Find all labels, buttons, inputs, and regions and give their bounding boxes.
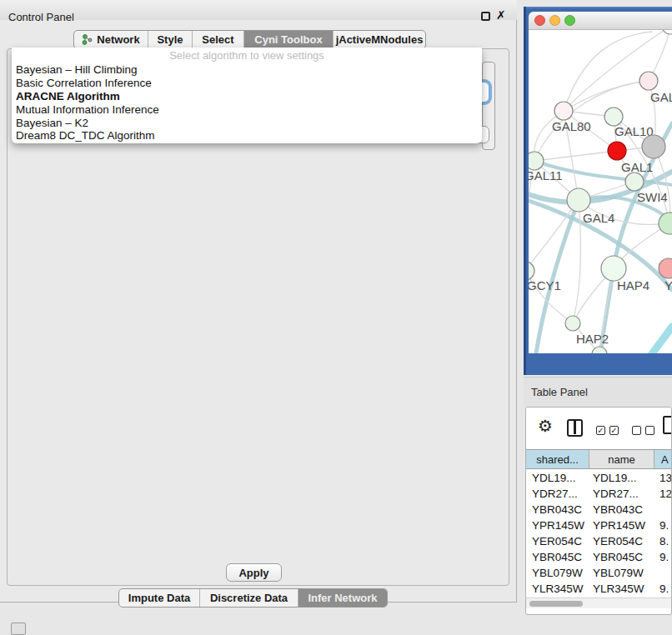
network-node[interactable] — [565, 316, 580, 331]
network-node[interactable] — [529, 152, 544, 170]
network-node-label: Y — [664, 278, 672, 292]
top-tab-bar: Network Style Select Cyni Toolbox jActiv… — [73, 30, 426, 49]
minimized-panel-icon[interactable] — [11, 622, 26, 635]
table-rows: YDL19...YDL19...13YDR27...YDR27...12YBR0… — [526, 470, 671, 600]
float-window-icon[interactable] — [481, 12, 490, 21]
table-cell: 8. — [654, 533, 671, 549]
network-edge[interactable] — [534, 151, 617, 161]
network-node-label: GAL4 — [583, 211, 614, 225]
tab-network[interactable]: Network — [74, 31, 148, 48]
table-cell: YLR345W — [589, 581, 654, 597]
table-cell: YDR27... — [526, 486, 589, 502]
table-row[interactable]: YER054CYER054C8. — [526, 533, 671, 549]
bottom-tab-bar: Impute Data Discretize Data Infer Networ… — [118, 588, 388, 608]
tab-jactivemnodules[interactable]: jActiveMNodules — [333, 31, 425, 48]
algorithm-option[interactable]: Bayesian – K2 — [12, 117, 482, 130]
network-node[interactable] — [639, 72, 658, 90]
table-row[interactable]: YPR145WYPR145W9. — [526, 518, 671, 533]
tab-cyni-toolbox[interactable]: Cyni Toolbox — [243, 31, 333, 48]
checked-checkbox-icon[interactable]: ✓ — [596, 426, 605, 435]
tab-infer-network[interactable]: Infer Network — [298, 589, 387, 607]
table-cell: 9. — [654, 518, 671, 533]
column-header-shared-name[interactable]: shared... — [526, 450, 589, 468]
network-node-label: GAL — [650, 90, 672, 104]
table-panel-title: Table Panel — [531, 386, 588, 398]
table-cell — [654, 565, 671, 581]
network-node[interactable] — [567, 188, 590, 212]
network-node-label: GAL80 — [552, 119, 591, 133]
network-node-label: HAP4 — [617, 278, 649, 292]
table-row[interactable]: YBL079WYBL079W — [526, 565, 671, 581]
apply-button[interactable]: Apply — [226, 563, 282, 582]
network-node[interactable] — [662, 30, 672, 34]
algorithm-dropdown-popup: Select algorithm to view settings Bayesi… — [12, 48, 482, 143]
table-row[interactable]: YDR27...YDR27...12 — [526, 486, 671, 502]
table-cell: YDL19... — [589, 470, 654, 486]
minimize-traffic-light[interactable] — [549, 15, 560, 26]
table-horizontal-scrollbar[interactable] — [526, 598, 671, 608]
table-row[interactable]: YBR045CYBR045C9. — [526, 549, 671, 565]
gear-icon[interactable]: ⚙ — [538, 418, 553, 434]
table-cell: YDL19... — [526, 470, 589, 486]
table-cell: YBR045C — [589, 549, 654, 565]
algorithm-option-selected[interactable]: ARACNE Algorithm — [12, 90, 482, 103]
network-node[interactable] — [659, 212, 672, 234]
document-icon[interactable] — [663, 416, 672, 434]
table-cell: YDR27... — [589, 486, 654, 502]
tab-impute-data[interactable]: Impute Data — [119, 589, 199, 607]
table-cell: YBL079W — [589, 565, 654, 581]
unchecked-checkbox-icon[interactable] — [632, 426, 641, 435]
network-node[interactable] — [601, 256, 626, 281]
network-edge[interactable] — [635, 327, 672, 353]
table-row[interactable]: YDL19...YDL19...13 — [526, 470, 671, 486]
checked-checkbox-icon[interactable]: ✓ — [609, 426, 619, 435]
zoom-traffic-light[interactable] — [564, 15, 575, 26]
table-cell: YER054C — [589, 533, 654, 549]
table-cell — [654, 502, 671, 518]
control-panel-titlebar[interactable] — [0, 0, 517, 20]
table-row[interactable]: YBR043CYBR043C — [526, 502, 671, 518]
close-icon[interactable]: ✗ — [496, 8, 506, 22]
table-cell: YLR345W — [526, 581, 589, 597]
algorithm-option[interactable]: Bayesian – Hill Climbing — [12, 63, 482, 77]
algorithm-option[interactable]: Basic Correlation Inference — [12, 77, 482, 90]
unchecked-checkbox-icon[interactable] — [645, 426, 654, 435]
algorithm-option[interactable]: Mutual Information Inference — [12, 103, 482, 117]
table-cell: 9. — [654, 549, 671, 565]
network-node[interactable] — [608, 142, 626, 160]
tab-select[interactable]: Select — [192, 31, 243, 48]
table-cell: YBR045C — [526, 549, 589, 565]
network-node[interactable] — [625, 172, 644, 191]
close-traffic-light[interactable] — [534, 15, 545, 26]
network-window-titlebar[interactable] — [529, 12, 672, 30]
network-node[interactable] — [554, 102, 573, 120]
network-node-label: SWI4 — [637, 190, 668, 204]
network-node-label: GAL1 — [621, 160, 653, 174]
network-node[interactable] — [529, 262, 534, 280]
network-node-label: GAL11 — [529, 168, 563, 182]
algorithm-option[interactable]: Dream8 DC_TDC Algorithm — [12, 129, 482, 142]
table-cell: 9. — [654, 581, 671, 597]
network-edge[interactable] — [564, 81, 649, 111]
table-toolbar: ⚙ ✓ ✓ — [526, 408, 671, 449]
columns-icon[interactable] — [567, 419, 583, 437]
table-cell: YBR043C — [526, 502, 589, 518]
network-graph: GALGAL80GAL10GAL1GAL11SWI4GAL4GCY1HAP4YH… — [529, 30, 672, 353]
network-node-label: GCY1 — [529, 278, 561, 292]
table-panel: ⚙ ✓ ✓ shared... name A YDL19...YDL19...1… — [525, 407, 672, 615]
tab-discretize-data[interactable]: Discretize Data — [199, 589, 298, 607]
network-canvas[interactable]: GALGAL80GAL10GAL1GAL11SWI4GAL4GCY1HAP4YH… — [529, 30, 672, 353]
column-header-name[interactable]: name — [589, 450, 654, 468]
table-cell: YBR043C — [589, 502, 654, 518]
table-row[interactable]: YLR345WYLR345W9. — [526, 581, 671, 597]
network-node-label: HAP2 — [576, 332, 609, 346]
table-cell: YER054C — [526, 533, 589, 549]
network-node[interactable] — [604, 108, 623, 126]
table-cell: YPR145W — [526, 518, 589, 533]
column-header-clipped[interactable]: A — [654, 450, 671, 468]
table-cell: 13 — [654, 470, 671, 486]
tab-style[interactable]: Style — [148, 31, 192, 48]
table-cell: 12 — [654, 486, 671, 502]
network-node[interactable] — [642, 135, 665, 158]
network-tab-icon — [82, 34, 93, 45]
